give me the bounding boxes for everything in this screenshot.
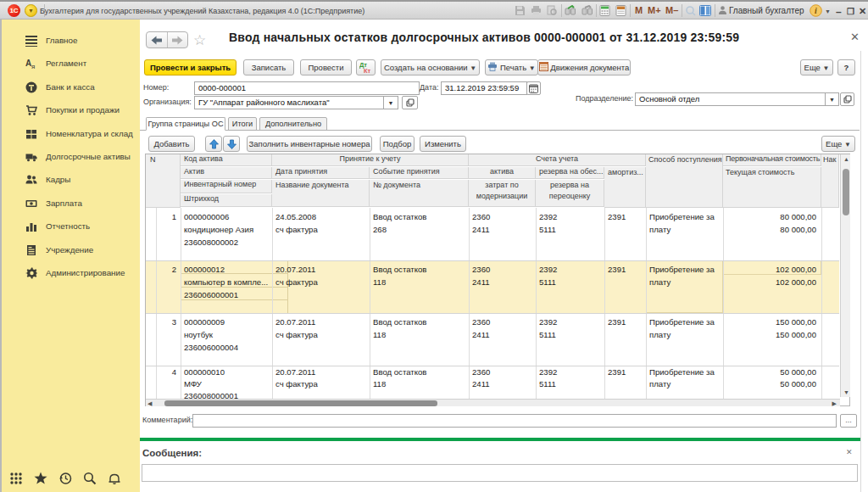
svg-text:я: я <box>31 63 35 70</box>
svg-text:Кт: Кт <box>364 67 371 74</box>
svg-text:i: i <box>815 6 817 15</box>
